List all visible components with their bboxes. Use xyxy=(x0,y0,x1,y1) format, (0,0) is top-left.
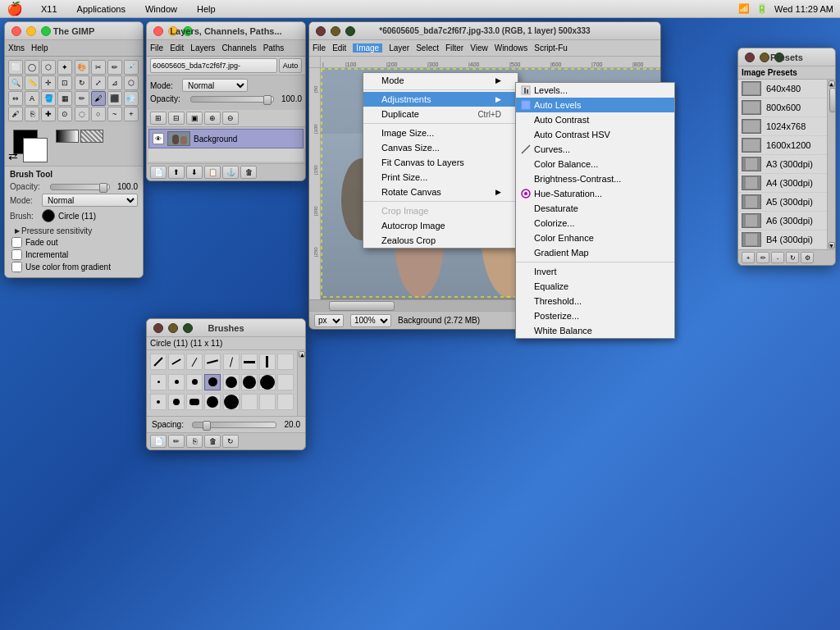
tool-bucket[interactable]: 🪣 xyxy=(41,91,56,106)
incremental-checkbox[interactable] xyxy=(11,249,22,260)
tool-airbrush[interactable]: 💨 xyxy=(124,91,139,106)
zoom-select[interactable]: 100% 50% 200% xyxy=(350,314,391,327)
tool-smudge[interactable]: ~ xyxy=(107,107,122,121)
pattern-preview[interactable] xyxy=(80,130,103,143)
brush-cell-square6[interactable] xyxy=(241,394,258,410)
brush-cell-stroke1[interactable] xyxy=(150,354,167,370)
tool-heal[interactable]: ✚ xyxy=(41,107,56,121)
brushes-maximize[interactable] xyxy=(183,323,193,333)
adj-curves[interactable]: Curves... xyxy=(516,142,674,157)
brush-cell-dot5[interactable] xyxy=(223,374,240,390)
layers-menu-channels[interactable]: Channels xyxy=(221,43,256,52)
adj-white-balance[interactable]: White Balance xyxy=(516,323,674,338)
tool-extra[interactable]: + xyxy=(124,107,139,121)
spacing-thumb[interactable] xyxy=(203,421,211,431)
brush-cell-dot6[interactable] xyxy=(241,374,258,390)
presets-scrollbar[interactable]: ▲ ▼ xyxy=(827,80,835,249)
brush-cell-square4[interactable] xyxy=(204,394,221,410)
layers-bottom-btn-4[interactable]: 📋 xyxy=(204,166,221,179)
brush-cell-stroke2[interactable] xyxy=(168,354,185,370)
tool-measure[interactable]: 📏 xyxy=(25,75,39,90)
menubar-applications[interactable]: Applications xyxy=(72,2,130,16)
menu-autocrop[interactable]: Autocrop Image xyxy=(363,218,518,233)
adj-invert[interactable]: Invert xyxy=(516,264,674,279)
brush-cell-stroke5[interactable] xyxy=(223,354,240,370)
tool-fuzzy-select[interactable]: ✦ xyxy=(57,60,72,75)
auto-button[interactable]: Auto xyxy=(279,58,302,73)
tool-pencil[interactable]: ✏ xyxy=(75,91,89,106)
brush-cell-dot7[interactable] xyxy=(259,374,276,390)
menu-image-size[interactable]: Image Size... xyxy=(363,126,518,140)
adj-levels[interactable]: Levels... xyxy=(516,83,674,98)
apple-menu[interactable]: 🍎 xyxy=(7,1,23,16)
layers-menu-layers[interactable]: Layers xyxy=(190,43,215,52)
adj-equalize[interactable]: Equalize xyxy=(516,279,674,294)
tool-shear[interactable]: ⊿ xyxy=(107,75,122,90)
preset-840x630[interactable]: 840x630 xyxy=(738,117,827,136)
img-menu-view[interactable]: View xyxy=(470,43,488,52)
tool-flip[interactable]: ⇔ xyxy=(8,91,23,106)
menu-fit-canvas[interactable]: Fit Canvas to Layers xyxy=(363,155,518,170)
tool-paintbrush[interactable]: 🖌 xyxy=(91,91,106,106)
layers-menu-edit[interactable]: Edit xyxy=(170,43,184,52)
presets-scroll-down[interactable]: ▼ xyxy=(829,242,835,249)
layers-toolbar-btn-1[interactable]: ⊞ xyxy=(150,112,167,125)
tool-perspective[interactable]: ⬡ xyxy=(124,75,139,90)
img-menu-image[interactable]: Image xyxy=(353,43,382,52)
adj-desaturate[interactable]: Desaturate xyxy=(516,201,674,216)
menu-adjustments[interactable]: Adjustments ▶ xyxy=(363,92,518,107)
img-menu-edit[interactable]: Edit xyxy=(332,43,346,52)
adj-color-enhance[interactable]: Color Enhance xyxy=(516,231,674,245)
presets-delete-btn[interactable]: - xyxy=(771,252,784,263)
menu-print-size[interactable]: Print Size... xyxy=(363,170,518,185)
brushes-edit-btn[interactable]: ✏ xyxy=(168,435,185,448)
h-scrollbar-thumb[interactable] xyxy=(329,301,395,311)
presets-scroll-track[interactable] xyxy=(829,87,835,242)
preset-640x480[interactable]: 640x480 xyxy=(738,80,827,98)
tool-dodge[interactable]: ○ xyxy=(91,107,106,121)
brush-cell-empty3[interactable] xyxy=(277,394,294,410)
tool-blur[interactable]: ◌ xyxy=(75,107,89,121)
pressure-sensitivity-toggle[interactable]: ▶ Pressure sensitivity xyxy=(10,225,138,237)
tool-scissors[interactable]: ✂ xyxy=(91,60,106,75)
layers-toolbar-btn-4[interactable]: ⊕ xyxy=(204,112,221,125)
brush-cell-square2[interactable] xyxy=(168,394,185,410)
tool-free-select[interactable]: ⬡ xyxy=(41,60,56,75)
spacing-slider[interactable] xyxy=(192,422,276,428)
preset-a6[interactable]: A6 (300dpi) xyxy=(738,212,827,231)
image-maximize[interactable] xyxy=(345,26,355,36)
opacity-slider[interactable] xyxy=(50,184,110,190)
preset-1600x1200[interactable]: 1600x1200 xyxy=(738,136,827,155)
brushes-new-btn[interactable]: 📄 xyxy=(150,435,167,448)
brush-cell-stroke6[interactable] xyxy=(241,354,258,370)
brushes-close[interactable] xyxy=(153,323,163,333)
layers-toolbar-btn-5[interactable]: ⊖ xyxy=(222,112,239,125)
tool-select-by-color[interactable]: 🎨 xyxy=(75,60,89,75)
image-minimize[interactable] xyxy=(331,26,340,36)
layers-menu-file[interactable]: File xyxy=(150,43,163,52)
tool-color-picker[interactable]: 💉 xyxy=(124,60,139,75)
layers-bottom-btn-3[interactable]: ⬇ xyxy=(186,166,203,179)
brushes-scroll-up[interactable]: ▲ xyxy=(299,351,305,358)
img-menu-windows[interactable]: Windows xyxy=(495,43,528,52)
adj-color-balance[interactable]: Color Balance... xyxy=(516,157,674,171)
layers-bottom-btn-delete[interactable]: 🗑 xyxy=(240,166,257,179)
preset-800x600[interactable]: 800x600 xyxy=(738,98,827,117)
img-menu-select[interactable]: Select xyxy=(416,43,439,52)
adj-threshold[interactable]: Threshold... xyxy=(516,294,674,308)
layers-close[interactable] xyxy=(153,26,163,36)
brush-cell-square3[interactable] xyxy=(186,394,203,410)
brush-cell-empty2[interactable] xyxy=(277,374,294,390)
brush-cell-square5[interactable] xyxy=(223,394,240,410)
presets-scroll-up[interactable]: ▲ xyxy=(829,80,835,87)
gradient-preview[interactable] xyxy=(56,130,79,143)
minimize-button[interactable] xyxy=(26,26,36,36)
menubar-help[interactable]: Help xyxy=(192,2,221,16)
brushes-scrollbar[interactable]: ▲ xyxy=(297,350,305,416)
tool-crop[interactable]: ⊡ xyxy=(57,75,72,90)
brush-cell-dot2[interactable] xyxy=(168,374,185,390)
brush-cell-stroke7[interactable] xyxy=(259,354,276,370)
layer-visibility-toggle[interactable]: 👁 xyxy=(153,133,164,144)
presets-close[interactable] xyxy=(745,52,755,62)
tool-scale[interactable]: ⤢ xyxy=(91,75,106,90)
